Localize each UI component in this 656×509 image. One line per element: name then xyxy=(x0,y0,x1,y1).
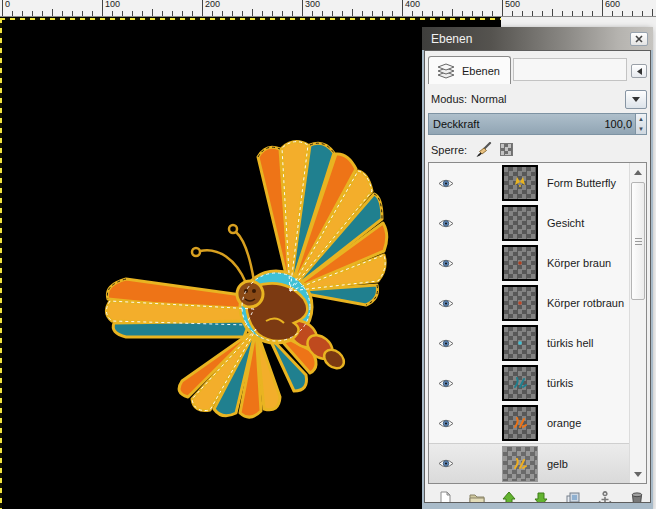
horizontal-ruler[interactable]: 0100200300400500600 xyxy=(0,0,656,17)
thumbnail-mark xyxy=(510,173,530,193)
layer-row-form-butterfly[interactable]: Form Butterfly xyxy=(429,163,629,203)
arrow-down-icon xyxy=(533,491,549,503)
layer-name: türkis hell xyxy=(547,337,593,349)
butterfly-artwork xyxy=(98,139,394,439)
ruler-tick xyxy=(162,11,163,16)
ruler-tick xyxy=(172,11,173,16)
scroll-down-button[interactable] xyxy=(630,466,646,482)
layer-row-t-rkis-hell[interactable]: türkis hell xyxy=(429,323,629,363)
spinner-down-icon[interactable]: ▼ xyxy=(638,126,644,132)
mode-dropdown-button[interactable] xyxy=(625,90,647,109)
scroll-up-button[interactable] xyxy=(630,164,646,180)
layer-row-k-rper-braun[interactable]: Körper braun xyxy=(429,243,629,283)
ruler-tick xyxy=(572,11,573,16)
dialog-title: Ebenen xyxy=(431,32,630,46)
ruler-tick xyxy=(602,0,603,16)
ruler-tick xyxy=(232,11,233,16)
anchor-layer-button[interactable] xyxy=(596,488,615,503)
scrollbar-thumb[interactable] xyxy=(631,182,645,300)
visibility-toggle[interactable] xyxy=(434,458,458,469)
ruler-tick xyxy=(82,11,83,16)
visibility-toggle[interactable] xyxy=(434,298,458,309)
ruler-tick xyxy=(652,9,653,16)
ruler-tick xyxy=(492,11,493,16)
ruler-tick xyxy=(552,9,553,16)
ruler-tick xyxy=(442,11,443,16)
thumbnail-mark xyxy=(510,373,530,393)
dialog-titlebar[interactable]: Ebenen xyxy=(422,27,653,50)
ruler-tick xyxy=(42,11,43,16)
lock-label: Sperre: xyxy=(431,144,467,156)
layers-panel-body: Ebenen Modus: Normal D xyxy=(424,50,651,503)
ruler-tick xyxy=(192,11,193,16)
lower-layer-button[interactable] xyxy=(531,488,550,503)
visibility-toggle[interactable] xyxy=(434,378,458,389)
layer-list-scrollbar[interactable] xyxy=(629,163,646,483)
scroll-up-icon xyxy=(634,170,642,175)
lock-alpha-icon[interactable] xyxy=(500,143,513,156)
layer-thumbnail xyxy=(502,285,538,321)
ruler-tick xyxy=(542,11,543,16)
spinner-up-icon[interactable]: ▲ xyxy=(638,116,644,122)
layer-thumbnail xyxy=(502,205,538,241)
lock-paint-icon[interactable] xyxy=(475,142,492,158)
ruler-label: 300 xyxy=(305,0,320,9)
layer-toolbar xyxy=(428,486,647,503)
duplicate-layer-button[interactable] xyxy=(564,488,583,503)
eye-icon xyxy=(438,178,454,189)
layer-name: Form Butterfly xyxy=(547,177,616,189)
tab-ebenen[interactable]: Ebenen xyxy=(428,56,511,84)
delete-layer-button[interactable] xyxy=(628,488,647,503)
ruler-tick xyxy=(582,11,583,16)
ruler-label: 400 xyxy=(405,0,420,9)
ruler-tick xyxy=(292,11,293,16)
gimp-window: 0100200300400500600 xyxy=(0,0,656,509)
mode-value[interactable]: Normal xyxy=(471,93,506,105)
opacity-value: 100,0 xyxy=(604,118,635,130)
layers-stack-icon xyxy=(435,62,457,80)
opacity-slider[interactable]: Deckkraft 100,0 ▲ ▼ xyxy=(428,113,647,135)
ruler-tick xyxy=(412,11,413,16)
thumbnail-mark xyxy=(510,413,530,433)
ruler-tick xyxy=(52,9,53,16)
close-button[interactable] xyxy=(630,32,648,46)
tab-menu-button[interactable] xyxy=(631,64,647,78)
ruler-tick xyxy=(372,11,373,16)
dockable-tabbar: Ebenen xyxy=(428,54,647,84)
ruler-tick xyxy=(612,11,613,16)
ruler-label: 100 xyxy=(105,0,120,9)
chevron-left-icon xyxy=(636,68,643,75)
trash-icon xyxy=(629,491,645,503)
new-layer-button[interactable] xyxy=(435,488,454,503)
layer-row-orange[interactable]: orange xyxy=(429,403,629,443)
layers-dialog: Ebenen Ebenen xyxy=(422,27,653,509)
visibility-toggle[interactable] xyxy=(434,418,458,429)
layer-name: Gesicht xyxy=(547,217,584,229)
ruler-label: 500 xyxy=(505,0,520,9)
eye-icon xyxy=(438,418,454,429)
ruler-tick xyxy=(622,11,623,16)
ruler-tick xyxy=(2,0,3,16)
layer-thumbnail xyxy=(502,446,538,482)
new-group-button[interactable] xyxy=(467,488,486,503)
visibility-toggle[interactable] xyxy=(434,258,458,269)
ruler-tick xyxy=(212,11,213,16)
visibility-toggle[interactable] xyxy=(434,218,458,229)
layer-row-k-rper-rotbraun[interactable]: Körper rotbraun xyxy=(429,283,629,323)
ruler-tick xyxy=(142,11,143,16)
opacity-spinner[interactable]: ▲ ▼ xyxy=(635,114,646,134)
ruler-tick xyxy=(102,0,103,16)
visibility-toggle[interactable] xyxy=(434,338,458,349)
layer-row-gesicht[interactable]: Gesicht xyxy=(429,203,629,243)
ruler-tick xyxy=(392,11,393,16)
close-icon xyxy=(635,35,643,43)
visibility-toggle[interactable] xyxy=(434,178,458,189)
ruler-tick xyxy=(22,11,23,16)
ruler-tick xyxy=(342,11,343,16)
ruler-tick xyxy=(482,11,483,16)
layer-row-t-rkis[interactable]: türkis xyxy=(429,363,629,403)
layer-row-gelb[interactable]: gelb xyxy=(429,443,629,483)
ruler-tick xyxy=(112,11,113,16)
raise-layer-button[interactable] xyxy=(499,488,518,503)
eye-icon xyxy=(438,258,454,269)
